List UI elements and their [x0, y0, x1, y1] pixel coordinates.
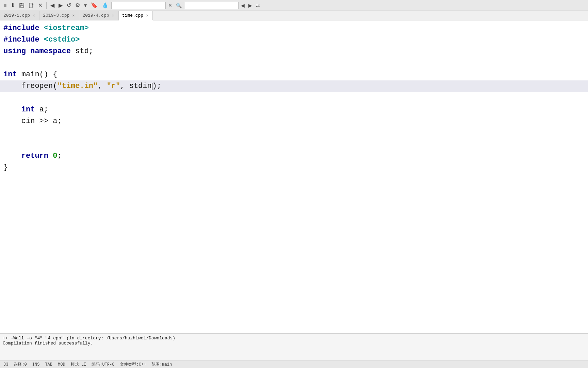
output-panel: ++ -Wall -o "4" "4.cpp" (in directory: /… [0, 333, 588, 361]
status-scope: 范围:main [151, 362, 172, 367]
tab-close-2019-4[interactable]: ✕ [111, 13, 115, 18]
main-func: main() { [17, 69, 58, 80]
svg-rect-2 [20, 5, 23, 7]
tab-2019-1[interactable]: 2019-1.cpp ✕ [0, 11, 39, 20]
str-time-in: "time.in" [57, 80, 98, 92]
search-clear-button[interactable]: ✕ [167, 2, 174, 9]
status-mode: 模式:LE [71, 362, 86, 367]
status-ins: INS [32, 362, 40, 367]
tabs: 2019-1.cpp ✕ 2019-3.cpp ✕ 2019-4.cpp ✕ t… [0, 11, 588, 20]
keyword-include-2: #include [3, 34, 39, 46]
back-button[interactable]: ◀ [49, 1, 56, 9]
tab-close-2019-1[interactable]: ✕ [32, 13, 36, 18]
bookmark-button[interactable]: 🔖 [89, 1, 99, 9]
code-line-2[interactable]: #include <cstdio> [0, 34, 588, 46]
save-icon [19, 3, 24, 8]
code-line-14 [0, 173, 588, 185]
semicolon-return: ; [57, 150, 62, 162]
status-mod: MOD [58, 362, 65, 367]
refresh-button[interactable]: ↺ [65, 1, 72, 9]
svg-rect-3 [29, 3, 32, 8]
code-line-13[interactable]: } [0, 162, 588, 173]
space-1 [39, 22, 44, 34]
status-bar: 33 选择:0 INS TAB MOD 模式:LE 编码:UTF-8 文件类型:… [0, 361, 588, 368]
new-file-icon [29, 3, 34, 8]
code-line-16 [0, 197, 588, 208]
indent-8 [3, 104, 21, 116]
replace-button[interactable]: ⇄ [255, 2, 261, 9]
code-line-3[interactable]: using namespace std; [0, 46, 588, 57]
keyword-using: using [3, 46, 26, 57]
code-line-15 [0, 185, 588, 197]
space-2 [39, 34, 44, 46]
code-line-9[interactable]: cin >> a; [0, 116, 588, 127]
code-line-18 [0, 220, 588, 232]
indent-12 [3, 150, 21, 162]
tab-2019-3[interactable]: 2019-3.cpp ✕ [39, 11, 79, 20]
header-cstdio: <cstdio> [44, 34, 80, 46]
code-line-11 [0, 139, 588, 150]
output-line-1: ++ -Wall -o "4" "4.cpp" (in directory: /… [3, 336, 585, 341]
save-button[interactable] [18, 2, 26, 9]
str-r: "r" [107, 80, 120, 92]
replace-nav-left-button[interactable]: ◀ [240, 2, 246, 9]
search-area: ✕ 🔍 ◀ ▶ ⇄ [111, 2, 261, 9]
code-editor[interactable]: #include <iostream> #include <cstdio> us… [0, 20, 588, 333]
code-line-8[interactable]: int a; [0, 104, 588, 116]
svg-rect-1 [20, 3, 22, 4]
code-line-19 [0, 232, 588, 243]
code-line-20 [0, 243, 588, 255]
semicolon-1: ); [152, 80, 161, 92]
code-line-4 [0, 57, 588, 69]
status-encoding: 编码:UTF-8 [92, 362, 114, 367]
num-zero: 0 [53, 150, 57, 162]
var-a: a; [35, 104, 48, 116]
replace-input[interactable] [184, 2, 239, 9]
code-line-22 [0, 266, 588, 278]
status-filetype: 文件类型:C++ [120, 362, 146, 367]
tab-label-time: time.cpp [122, 13, 143, 18]
status-line: 33 [3, 362, 8, 367]
close-brace: } [3, 162, 8, 173]
settings-button[interactable]: ⚙ [74, 1, 81, 9]
comma-2: , stdin [120, 80, 151, 92]
search-input[interactable] [111, 2, 166, 9]
settings-dropdown-button[interactable]: ▾ [83, 1, 88, 9]
toolbar: ≡ ⬇ ✕ ◀ ▶ ↺ ⚙ ▾ 🔖 💧 ✕ 🔍 ◀ ▶ ⇄ [0, 0, 588, 11]
code-line-1[interactable]: #include <iostream> [0, 22, 588, 34]
code-line-21 [0, 255, 588, 266]
code-line-5[interactable]: int main() { [0, 69, 588, 80]
status-tab: TAB [45, 362, 52, 367]
namespace-std: std; [71, 46, 93, 57]
tab-2019-4[interactable]: 2019-4.cpp ✕ [79, 11, 119, 20]
status-col: 选择:0 [14, 362, 27, 367]
code-line-12[interactable]: return 0 ; [0, 150, 588, 162]
search-button[interactable]: 🔍 [175, 2, 183, 9]
forward-button[interactable]: ▶ [57, 1, 64, 9]
tab-close-time[interactable]: ✕ [145, 13, 149, 18]
replace-nav-right-button[interactable]: ▶ [247, 2, 254, 9]
new-file-button[interactable] [27, 2, 35, 9]
menu-button[interactable]: ≡ [2, 2, 8, 9]
code-line-6[interactable]: freopen("time.in", "r", stdin); [0, 80, 588, 92]
code-line-7 [0, 92, 588, 104]
tab-close-2019-3[interactable]: ✕ [71, 13, 75, 18]
tab-time[interactable]: time.cpp ✕ [119, 11, 153, 20]
space-3 [26, 46, 30, 57]
code-line-17 [0, 209, 588, 220]
keyword-int-a: int [21, 104, 35, 116]
separator-1 [46, 2, 47, 9]
water-button[interactable]: 💧 [100, 1, 110, 9]
output-line-2: Compilation finished successfully. [3, 341, 585, 346]
code-content: #include <iostream> #include <cstdio> us… [0, 20, 588, 333]
space-return [48, 150, 53, 162]
code-line-10 [0, 127, 588, 139]
download-button[interactable]: ⬇ [9, 1, 16, 9]
tab-label-2019-4: 2019-4.cpp [83, 13, 109, 18]
keyword-include-1: #include [3, 22, 39, 34]
tab-label-2019-3: 2019-3.cpp [43, 13, 69, 18]
tab-label-2019-1: 2019-1.cpp [3, 13, 30, 18]
close-file-button[interactable]: ✕ [37, 1, 44, 9]
freopen-call: freopen( [3, 80, 57, 92]
comma-1: , [98, 80, 107, 92]
